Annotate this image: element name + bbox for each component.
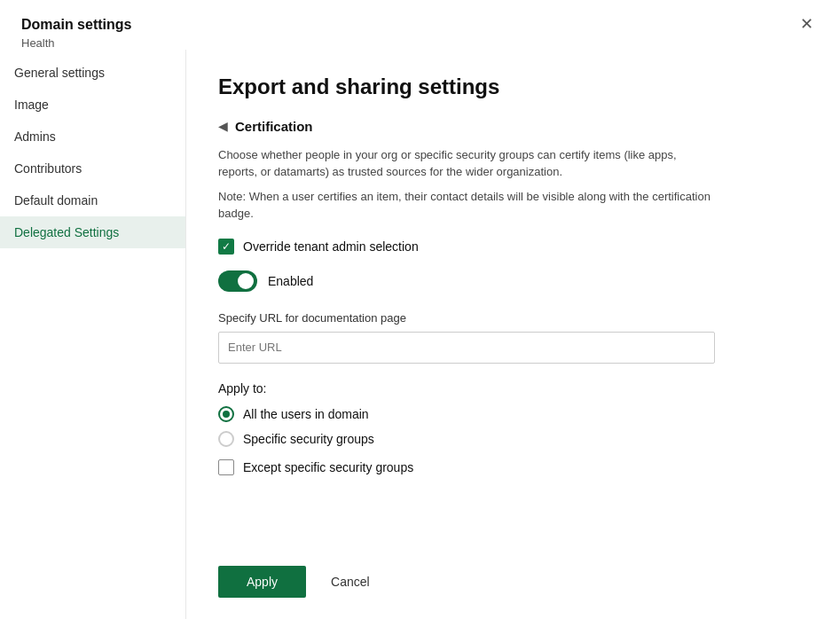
radio-label-all-users: All the users in domain xyxy=(243,407,369,421)
toggle-knob xyxy=(238,273,254,289)
radio-dot-all-users xyxy=(223,411,230,418)
section-title: Certification xyxy=(235,119,313,134)
url-section-label: Specify URL for documentation page xyxy=(218,311,808,325)
enabled-toggle-row: Enabled xyxy=(218,270,808,292)
radio-row-specific-groups: Specific security groups xyxy=(218,431,808,447)
main-content: Export and sharing settings ◀ Certificat… xyxy=(186,50,840,619)
enabled-toggle[interactable] xyxy=(218,270,257,292)
except-checkbox[interactable] xyxy=(218,459,234,475)
radio-specific-groups[interactable] xyxy=(218,431,234,447)
sidebar-label-general-settings: General settings xyxy=(14,66,105,80)
check-icon: ✓ xyxy=(222,241,231,252)
radio-all-users[interactable] xyxy=(218,406,234,422)
enabled-toggle-label: Enabled xyxy=(268,274,313,288)
action-row: Apply Cancel xyxy=(218,566,808,598)
sidebar: General settings Image Admins Contributo… xyxy=(0,50,186,619)
sidebar-item-delegated-settings[interactable]: Delegated Settings xyxy=(0,216,185,248)
close-button[interactable]: ✕ xyxy=(795,14,819,34)
dialog-title-section: Domain settings Health xyxy=(21,16,131,50)
section-collapse-icon[interactable]: ◀ xyxy=(218,119,228,133)
page-title: Export and sharing settings xyxy=(218,74,808,99)
except-checkbox-label: Except specific security groups xyxy=(243,460,413,474)
sidebar-label-image: Image xyxy=(14,98,49,112)
description-1: Choose whether people in your org or spe… xyxy=(218,146,715,181)
except-checkbox-row: Except specific security groups xyxy=(218,459,808,475)
radio-label-specific-groups: Specific security groups xyxy=(243,432,374,446)
apply-to-label: Apply to: xyxy=(218,381,808,396)
dialog-body: General settings Image Admins Contributo… xyxy=(0,50,840,619)
override-checkbox[interactable]: ✓ xyxy=(218,239,234,255)
cancel-button[interactable]: Cancel xyxy=(320,566,381,598)
dialog-header: Domain settings Health ✕ xyxy=(0,0,840,50)
sidebar-label-admins: Admins xyxy=(14,129,56,144)
apply-button[interactable]: Apply xyxy=(218,566,306,598)
override-checkbox-label: Override tenant admin selection xyxy=(243,239,419,254)
sidebar-item-contributors[interactable]: Contributors xyxy=(0,153,185,184)
dialog-subtitle: Health xyxy=(21,36,131,50)
close-icon: ✕ xyxy=(800,15,813,33)
override-checkbox-row: ✓ Override tenant admin selection xyxy=(218,239,808,255)
sidebar-label-delegated-settings: Delegated Settings xyxy=(14,225,119,239)
sidebar-item-general-settings[interactable]: General settings xyxy=(0,57,185,89)
sidebar-item-image[interactable]: Image xyxy=(0,89,185,121)
dialog-title: Domain settings xyxy=(21,16,131,35)
dialog-container: Domain settings Health ✕ General setting… xyxy=(0,0,840,619)
sidebar-item-default-domain[interactable]: Default domain xyxy=(0,184,185,216)
section-header: ◀ Certification xyxy=(218,119,808,134)
sidebar-label-default-domain: Default domain xyxy=(14,193,98,208)
sidebar-item-admins[interactable]: Admins xyxy=(0,121,185,153)
description-2: Note: When a user certifies an item, the… xyxy=(218,188,715,223)
url-input[interactable] xyxy=(218,332,715,364)
sidebar-label-contributors: Contributors xyxy=(14,161,82,176)
radio-row-all-users: All the users in domain xyxy=(218,406,808,422)
